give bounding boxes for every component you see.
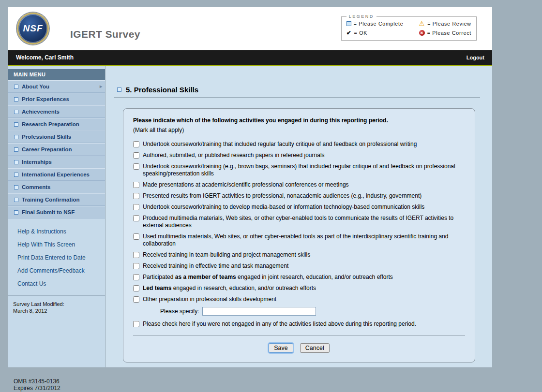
legend-grid: = Please Complete⚠= Please Review✔= OK✕=… xyxy=(346,20,471,36)
survey-page: NSF IGERT Survey LEGEND = Please Complet… xyxy=(8,7,492,367)
sidebar-item-final-submit-to-nsf[interactable]: Final Submit to NSF xyxy=(8,206,105,218)
app-title: IGERT Survey xyxy=(70,29,140,40)
section-status-square-icon xyxy=(117,87,121,92)
legend-item: ✕= Please Correct xyxy=(419,30,471,36)
activity-checkbox[interactable] xyxy=(133,263,139,269)
sidebar-link-contact-us[interactable]: Contact Us xyxy=(17,280,105,287)
status-square-icon xyxy=(14,147,18,152)
sidebar-item-label: Achievements xyxy=(22,109,60,115)
sidebar-item-label: Comments xyxy=(22,184,50,190)
legend-item-text: = Please Complete xyxy=(354,21,404,27)
form-intro: Please indicate which of the following a… xyxy=(133,117,465,124)
checkbox-row: Used multimedia materials, Web sites, or… xyxy=(133,233,465,247)
sidebar-item-internships[interactable]: Internships xyxy=(8,156,105,168)
sidebar-item-label: Prior Experiences xyxy=(22,96,69,102)
activity-checkbox[interactable] xyxy=(133,182,139,188)
sidebar-item-prior-experiences[interactable]: Prior Experiences xyxy=(8,93,105,105)
button-row: Save Cancel xyxy=(133,343,465,355)
activity-checkbox[interactable] xyxy=(133,163,139,170)
checkbox-row-none: Please check here if you were not engage… xyxy=(133,320,465,328)
legend-box: LEGEND = Please Complete⚠= Please Review… xyxy=(341,14,477,41)
legend-item: ✔= OK xyxy=(346,30,419,36)
form-divider xyxy=(133,335,465,336)
checkbox-row: Led teams engaged in research, education… xyxy=(133,285,465,292)
main-menu-header: MAIN MENU xyxy=(8,69,105,80)
sidebar-item-research-preparation[interactable]: Research Preparation xyxy=(8,118,105,131)
status-square-icon xyxy=(14,185,18,189)
checkbox-label: Authored, submitted, or published resear… xyxy=(143,152,465,159)
page-background: NSF IGERT Survey LEGEND = Please Complet… xyxy=(0,0,542,392)
please-specify-label: Please specify: xyxy=(160,308,199,315)
form-box: Please indicate which of the following a… xyxy=(123,108,475,363)
sidebar-item-training-confirmation[interactable]: Training Confirmation xyxy=(8,193,105,206)
sidebar-item-label: Internships xyxy=(22,159,52,165)
checkbox-label: Undertook coursework/training (e.g., bro… xyxy=(143,163,465,177)
status-square-icon xyxy=(14,122,18,127)
footer: OMB #3145-0136 Expires 7/31/2012 xyxy=(14,378,60,392)
last-modified: Survey Last Modified: March 8, 2012 xyxy=(8,296,105,314)
sidebar-item-label: Career Preparation xyxy=(22,146,72,152)
sidebar-link-help-instructions[interactable]: Help & Instructions xyxy=(17,228,105,235)
legend-item-text: = Please Review xyxy=(427,21,471,27)
activity-checkbox[interactable] xyxy=(133,285,139,291)
legend-item-text: = OK xyxy=(354,30,367,36)
please-specify-input[interactable] xyxy=(202,307,316,316)
checkbox-label: Undertook coursework/training to develop… xyxy=(143,203,465,211)
status-square-icon xyxy=(14,135,18,139)
logout-link[interactable]: Logout xyxy=(467,55,484,60)
section-title: 5. Professional Skills xyxy=(126,86,198,94)
checkbox-row: Undertook coursework/training to develop… xyxy=(133,203,465,211)
activity-checkbox[interactable] xyxy=(133,233,139,240)
checkbox-row: Undertook coursework/training (e.g., bro… xyxy=(133,163,465,177)
checkbox-row: Participated as a member of teams engage… xyxy=(133,274,465,281)
check-icon: ✔ xyxy=(346,30,352,36)
nsf-logo: NSF xyxy=(17,13,49,44)
none-checkbox-label: Please check here if you were not engage… xyxy=(143,320,465,328)
activity-checkbox[interactable] xyxy=(133,252,139,258)
checkbox-row: Received training in team-building and p… xyxy=(133,251,465,259)
submenu-arrow-icon: ▸ xyxy=(100,84,102,89)
last-modified-label: Survey Last Modified: xyxy=(13,301,105,307)
content-row: MAIN MENU About You▸Prior ExperiencesAch… xyxy=(8,66,492,367)
none-checkbox[interactable] xyxy=(133,321,139,327)
title-rule xyxy=(114,97,480,98)
save-button[interactable]: Save xyxy=(269,343,293,353)
checkbox-label: Made presentations at academic/scientifi… xyxy=(143,181,465,189)
sidebar-links: Help & InstructionsHelp With This Screen… xyxy=(8,218,105,287)
warning-icon: ⚠ xyxy=(419,20,425,27)
sidebar-item-comments[interactable]: Comments xyxy=(8,181,105,193)
sidebar-link-add-comments-feedback[interactable]: Add Comments/Feedback xyxy=(17,267,105,274)
activity-checkbox[interactable] xyxy=(133,274,139,280)
checkbox-label: Presented results from IGERT activities … xyxy=(143,192,465,200)
sidebar-link-help-with-this-screen[interactable]: Help With This Screen xyxy=(17,241,105,248)
please-specify-row: Please specify: xyxy=(160,307,465,316)
checkbox-label: Led teams engaged in research, education… xyxy=(143,285,465,292)
sidebar-link-print-data-entered-to-date[interactable]: Print Data Entered to Date xyxy=(17,254,105,261)
square-icon xyxy=(346,21,351,26)
status-square-icon xyxy=(14,97,18,102)
legend-title: LEGEND xyxy=(346,14,376,19)
sidebar-item-about-you[interactable]: About You▸ xyxy=(8,80,105,93)
sidebar-item-career-preparation[interactable]: Career Preparation xyxy=(8,143,105,156)
checkbox-row: Presented results from IGERT activities … xyxy=(133,192,465,200)
sidebar-item-label: Research Preparation xyxy=(22,121,79,127)
checkbox-label: Other preparation in professional skills… xyxy=(143,296,465,303)
checkbox-label: Produced multimedia materials, Web sites… xyxy=(143,215,465,229)
checkbox-label: Used multimedia materials, Web sites, or… xyxy=(143,233,465,247)
status-square-icon xyxy=(14,110,18,114)
sidebar-item-label: Training Confirmation xyxy=(22,197,79,203)
cancel-button[interactable]: Cancel xyxy=(300,343,330,353)
section-title-row: 5. Professional Skills xyxy=(117,86,492,94)
activity-checkbox[interactable] xyxy=(133,215,139,221)
activity-checkbox[interactable] xyxy=(133,152,139,159)
checkbox-row: Authored, submitted, or published resear… xyxy=(133,152,465,159)
activity-checkbox[interactable] xyxy=(133,296,139,303)
checkbox-row: Received training in effective time and … xyxy=(133,262,465,270)
activity-checkbox[interactable] xyxy=(133,204,139,210)
sidebar: MAIN MENU About You▸Prior ExperiencesAch… xyxy=(8,66,105,367)
activity-checkbox[interactable] xyxy=(133,193,139,199)
sidebar-item-professional-skills[interactable]: Professional Skills xyxy=(8,131,105,143)
activity-checkbox[interactable] xyxy=(133,141,139,147)
sidebar-item-achievements[interactable]: Achievements xyxy=(8,105,105,118)
sidebar-item-international-experiences[interactable]: International Experiences xyxy=(8,168,105,181)
